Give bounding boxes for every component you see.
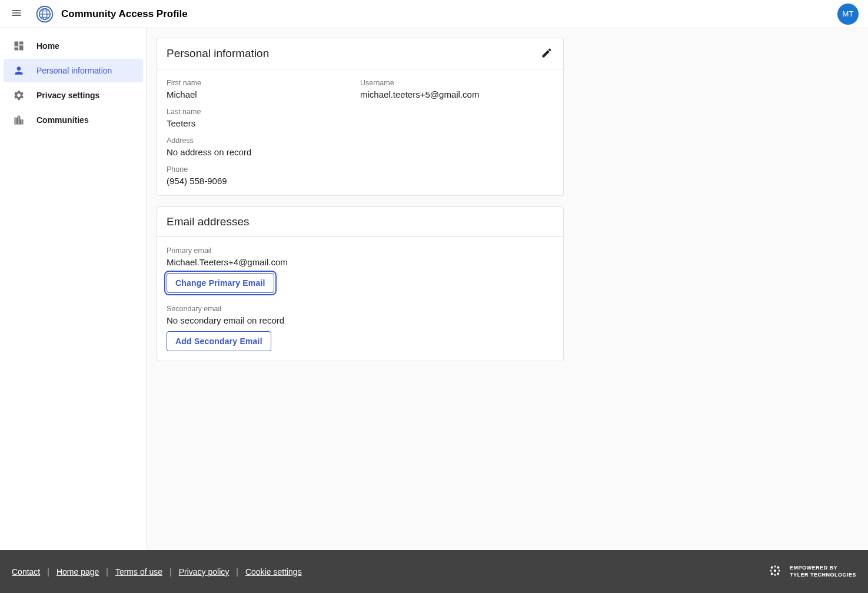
change-primary-email-button[interactable]: Change Primary Email bbox=[167, 273, 274, 293]
footer-separator: | bbox=[47, 567, 49, 577]
svg-point-12 bbox=[778, 569, 780, 572]
sidebar-item-label: Privacy settings bbox=[36, 91, 99, 100]
footer-links: Contact | Home page | Terms of use | Pri… bbox=[12, 567, 302, 577]
email-addresses-card: Email addresses Primary email Michael.Te… bbox=[157, 206, 564, 361]
footer-brand-text: EMPOWERED BY TYLER TECHNOLOGIES bbox=[790, 565, 856, 578]
brand-line-2: TYLER TECHNOLOGIES bbox=[790, 572, 856, 579]
field-label: Username bbox=[360, 79, 554, 87]
sidebar-item-privacy-settings[interactable]: Privacy settings bbox=[4, 84, 143, 107]
field-username: Username michael.teeters+5@gmail.com bbox=[360, 79, 554, 99]
main-content: Personal information First name Michael bbox=[147, 28, 868, 550]
footer-brand: EMPOWERED BY TYLER TECHNOLOGIES bbox=[766, 562, 856, 581]
footer-separator: | bbox=[106, 567, 108, 577]
field-first-name: First name Michael bbox=[167, 79, 360, 99]
svg-point-11 bbox=[774, 565, 776, 568]
field-value: (954) 558-9069 bbox=[167, 176, 360, 186]
field-value: Michael bbox=[167, 89, 360, 99]
field-phone: Phone (954) 558-9069 bbox=[167, 165, 360, 186]
field-label: First name bbox=[167, 79, 360, 87]
personal-information-card: Personal information First name Michael bbox=[157, 38, 564, 196]
field-value: Teeters bbox=[167, 118, 360, 128]
field-label: Address bbox=[167, 136, 360, 145]
svg-point-10 bbox=[776, 572, 780, 575]
dashboard-icon bbox=[13, 40, 25, 52]
avatar[interactable]: MT bbox=[837, 4, 859, 25]
svg-point-6 bbox=[776, 566, 780, 569]
menu-button[interactable] bbox=[5, 2, 28, 26]
field-secondary-email: Secondary email No secondary email on re… bbox=[167, 305, 554, 351]
brand-line-1: EMPOWERED BY bbox=[790, 565, 856, 572]
add-secondary-email-button[interactable]: Add Secondary Email bbox=[167, 331, 271, 351]
card-header: Personal information bbox=[157, 38, 563, 69]
field-address: Address No address on record bbox=[167, 136, 360, 157]
card-body: First name Michael Last name Teeters Add… bbox=[157, 69, 563, 195]
footer-separator: | bbox=[169, 567, 172, 577]
field-value: michael.teeters+5@gmail.com bbox=[360, 89, 554, 99]
footer-link-terms-of-use[interactable]: Terms of use bbox=[115, 567, 162, 577]
field-value: Michael.Teeters+4@gmail.com bbox=[167, 257, 554, 267]
field-value: No address on record bbox=[167, 147, 360, 157]
card-title: Email addresses bbox=[167, 215, 249, 228]
footer-link-home-page[interactable]: Home page bbox=[56, 567, 99, 577]
field-label: Primary email bbox=[167, 246, 554, 255]
svg-point-14 bbox=[774, 574, 776, 576]
field-value: No secondary email on record bbox=[167, 315, 554, 325]
field-primary-email: Primary email Michael.Teeters+4@gmail.co… bbox=[167, 246, 554, 293]
building-icon bbox=[13, 114, 25, 126]
footer-link-privacy-policy[interactable]: Privacy policy bbox=[179, 567, 230, 577]
sidebar-item-personal-information[interactable]: Personal information bbox=[4, 59, 143, 82]
card-body: Primary email Michael.Teeters+4@gmail.co… bbox=[157, 237, 563, 361]
svg-point-7 bbox=[773, 569, 777, 572]
sidebar-item-label: Personal information bbox=[36, 66, 112, 75]
svg-point-13 bbox=[770, 569, 772, 572]
app-title: Community Access Profile bbox=[61, 8, 188, 20]
pencil-icon bbox=[541, 47, 553, 61]
card-title: Personal information bbox=[167, 47, 269, 60]
sidebar-item-label: Communities bbox=[36, 115, 89, 125]
sidebar-item-home[interactable]: Home bbox=[4, 34, 143, 58]
field-label: Last name bbox=[167, 108, 360, 116]
svg-point-9 bbox=[770, 566, 774, 569]
footer-link-cookie-settings[interactable]: Cookie settings bbox=[245, 567, 302, 577]
app-header: Community Access Profile MT bbox=[0, 0, 868, 28]
sidebar-item-communities[interactable]: Communities bbox=[4, 108, 143, 132]
svg-point-8 bbox=[770, 572, 774, 575]
person-icon bbox=[13, 65, 25, 76]
footer-separator: | bbox=[236, 567, 238, 577]
body: Home Personal information Privacy settin… bbox=[0, 28, 868, 550]
field-last-name: Last name Teeters bbox=[167, 108, 360, 128]
field-label: Secondary email bbox=[167, 305, 554, 313]
brand-dots-icon bbox=[766, 562, 784, 581]
sidebar-item-label: Home bbox=[36, 41, 59, 51]
footer: Contact | Home page | Terms of use | Pri… bbox=[0, 550, 868, 593]
menu-icon bbox=[11, 7, 22, 21]
gear-icon bbox=[13, 89, 25, 101]
app-logo bbox=[35, 5, 54, 24]
edit-button[interactable] bbox=[540, 46, 554, 61]
field-label: Phone bbox=[167, 165, 360, 174]
footer-link-contact[interactable]: Contact bbox=[12, 567, 40, 577]
card-header: Email addresses bbox=[157, 207, 563, 237]
sidebar: Home Personal information Privacy settin… bbox=[0, 28, 147, 550]
